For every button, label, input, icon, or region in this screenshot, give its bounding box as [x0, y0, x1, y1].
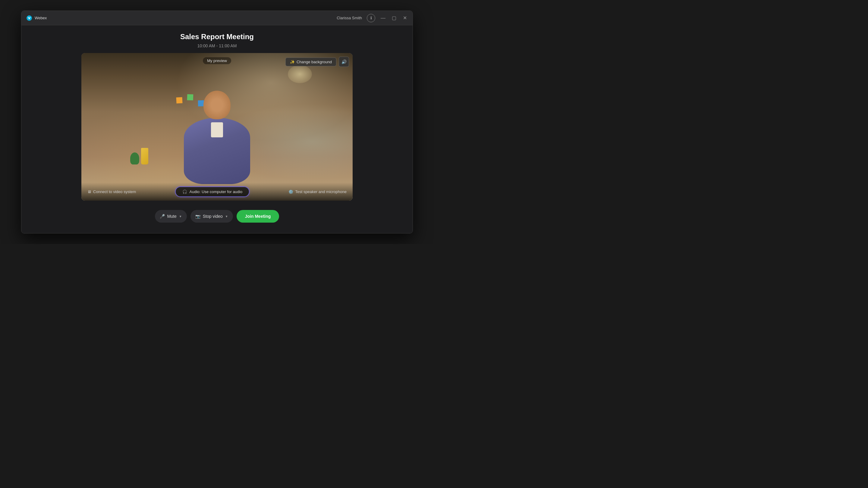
connect-video-button[interactable]: 🖥 Connect to video system: [87, 190, 136, 194]
meeting-title: Sales Report Meeting: [180, 33, 254, 41]
person-head: [204, 91, 230, 119]
yellow-vase: [141, 148, 148, 164]
mute-button[interactable]: 🎤 Mute ▼: [155, 210, 187, 223]
join-meeting-button[interactable]: Join Meeting: [237, 210, 279, 223]
sparkle-icon: ✨: [290, 60, 295, 64]
video-bottom-bar: 🖥 Connect to video system 🎧 Audio: Use c…: [82, 183, 352, 201]
meeting-time: 10:00 AM - 11:00 AM: [197, 43, 237, 48]
noise-cancellation-button[interactable]: 🔊: [339, 57, 349, 67]
app-name-label: Webex: [35, 16, 47, 20]
maximize-button[interactable]: ▢: [391, 15, 397, 21]
camera-icon: 📷: [195, 214, 200, 219]
main-content: Sales Report Meeting 10:00 AM - 11:00 AM: [22, 25, 412, 233]
headphone-icon: 🎧: [182, 190, 187, 194]
monitor-icon: 🖥: [87, 190, 91, 194]
webex-logo-icon: [26, 15, 32, 21]
title-bar: Webex Clarissa Smith ℹ — ▢ ✕: [22, 11, 412, 25]
gear-icon: ⚙️: [288, 190, 293, 194]
speaker-wave-icon: 🔊: [341, 59, 347, 64]
lamp-decoration: [288, 65, 312, 83]
video-preview: My preview ✨ Change background 🔊 🖥 C: [82, 53, 352, 201]
top-right-controls: ✨ Change background 🔊: [285, 57, 349, 67]
person-figure: [184, 91, 250, 184]
test-speaker-button[interactable]: ⚙️ Test speaker and microphone: [288, 190, 347, 194]
audio-center: 🎧 Audio: Use computer for audio: [175, 187, 250, 197]
app-window: Webex Clarissa Smith ℹ — ▢ ✕ Sales Repor…: [21, 10, 413, 233]
sticky-note-1: [176, 97, 182, 103]
window-controls: — ▢ ✕: [380, 15, 408, 21]
audio-button[interactable]: 🎧 Audio: Use computer for audio: [175, 187, 250, 197]
video-caret-icon: ▼: [225, 215, 228, 218]
person-body: [184, 118, 250, 184]
video-container: My preview ✨ Change background 🔊 🖥 C: [82, 53, 352, 201]
change-background-button[interactable]: ✨ Change background: [285, 58, 336, 66]
minimize-button[interactable]: —: [380, 15, 386, 21]
close-button[interactable]: ✕: [402, 15, 408, 21]
info-button[interactable]: ℹ: [367, 14, 375, 22]
green-plant: [130, 153, 139, 164]
microphone-icon: 🎤: [160, 214, 165, 219]
mute-caret-icon: ▼: [179, 215, 182, 218]
title-bar-right: Clarissa Smith ℹ — ▢ ✕: [337, 14, 408, 22]
preview-label: My preview: [203, 57, 231, 64]
title-bar-left: Webex: [26, 15, 47, 21]
user-name-label: Clarissa Smith: [337, 16, 362, 20]
bottom-action-bar: 🎤 Mute ▼ 📷 Stop video ▼ Join Meeting: [155, 205, 279, 227]
stop-video-button[interactable]: 📷 Stop video ▼: [190, 210, 233, 223]
